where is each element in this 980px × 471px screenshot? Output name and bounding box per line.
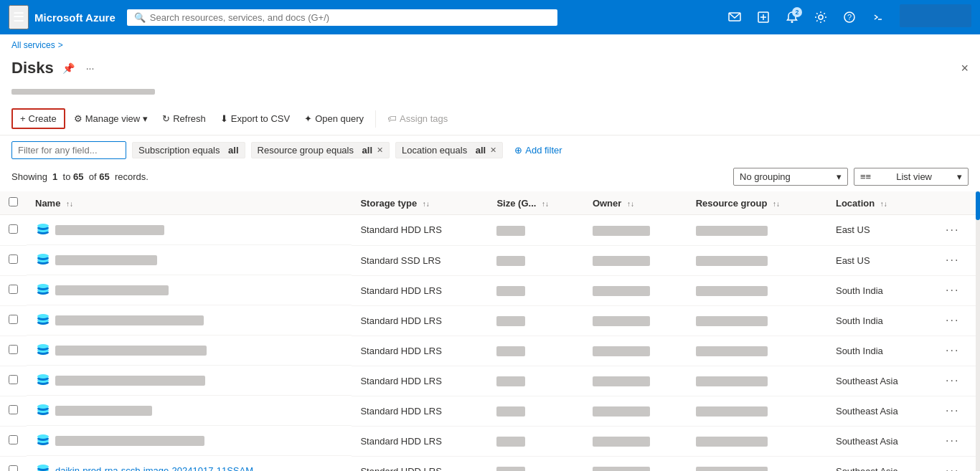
row-name-cell [27, 336, 352, 366]
row-name-link[interactable]: daikin-prod-rpa-sccb-image-20241017-11SS… [55, 465, 253, 471]
view-type-select[interactable]: ≡≡ List view ▾ [854, 168, 969, 186]
row-rg-cell [687, 215, 827, 246]
row-checkbox[interactable] [9, 315, 18, 324]
row-rg-cell [687, 245, 827, 275]
refresh-button[interactable]: ↻ Refresh [156, 110, 212, 128]
search-icon: 🔍 [134, 12, 146, 23]
row-size-cell [488, 336, 583, 366]
row-size-cell [488, 245, 583, 275]
redacted-size [496, 316, 525, 326]
row-checkbox[interactable] [9, 254, 18, 264]
row-actions-cell: ··· [937, 336, 980, 366]
loc-filter-close[interactable]: ✕ [490, 146, 496, 155]
svg-point-12 [37, 224, 49, 228]
row-storage-cell: Standard HDD LRS [352, 305, 488, 336]
subscription-filter-value: all [228, 145, 238, 156]
select-all-checkbox[interactable] [9, 197, 18, 206]
scroll-indicator[interactable] [976, 191, 980, 471]
redacted-size [496, 467, 525, 471]
row-more-actions[interactable]: ··· [946, 284, 959, 296]
query-icon: ✦ [304, 113, 312, 124]
redacted-owner [593, 437, 650, 447]
manage-view-icon: ⚙ [74, 113, 83, 124]
close-button[interactable]: × [961, 61, 969, 76]
row-checkbox[interactable] [9, 345, 18, 354]
user-avatar[interactable] [900, 4, 971, 27]
redacted-owner [593, 226, 650, 236]
row-checkbox-cell [0, 366, 27, 396]
row-size-cell [488, 215, 583, 246]
rg-sort-icon[interactable]: ↑↓ [773, 200, 780, 208]
table-row: Standard SSD LRSEast US··· [0, 245, 980, 275]
row-checkbox[interactable] [9, 375, 18, 384]
notifications-icon[interactable]: 2 [779, 4, 805, 30]
help-icon[interactable]: ? [837, 4, 862, 30]
breadcrumb-separator: > [58, 40, 63, 50]
redacted-size [496, 437, 525, 447]
list-view-icon: ≡≡ [860, 171, 871, 182]
row-checkbox[interactable] [9, 435, 18, 444]
row-owner-cell [584, 366, 687, 396]
page-header: Disks 📌 ··· × [0, 56, 980, 83]
row-checkbox[interactable] [9, 224, 18, 234]
row-more-actions[interactable]: ··· [946, 434, 959, 447]
row-checkbox[interactable] [9, 405, 18, 414]
disk-icon [35, 462, 51, 471]
settings-icon[interactable] [808, 4, 834, 30]
row-more-actions[interactable]: ··· [946, 344, 959, 356]
hamburger-menu[interactable]: ☰ [9, 5, 29, 29]
row-size-cell [488, 456, 583, 471]
row-checkbox-cell [0, 396, 27, 426]
create-button[interactable]: + Create [11, 108, 65, 129]
manage-view-button[interactable]: ⚙ Manage view ▾ [68, 110, 154, 128]
redacted-rg [696, 316, 768, 326]
row-rg-cell [687, 336, 827, 366]
location-sort-icon[interactable]: ↑↓ [880, 200, 887, 208]
row-more-actions[interactable]: ··· [946, 374, 959, 386]
row-size-cell [488, 426, 583, 456]
assign-tags-button[interactable]: 🏷 Assign tags [382, 110, 453, 128]
storage-sort-icon[interactable]: ↑↓ [423, 200, 430, 208]
svg-point-32 [37, 374, 49, 379]
redacted-size [496, 406, 525, 417]
row-more-actions[interactable]: ··· [946, 404, 959, 417]
table-row: Standard HDD LRSSoutheast Asia··· [0, 366, 980, 396]
subscription-filter: Subscription equals all [132, 142, 245, 158]
row-more-actions[interactable]: ··· [946, 254, 959, 266]
grouping-select[interactable]: No grouping ▾ [733, 168, 848, 186]
filter-input[interactable] [11, 141, 126, 159]
portal-icon[interactable] [750, 4, 776, 30]
row-storage-cell: Standard HDD LRS [352, 336, 488, 366]
breadcrumb-services[interactable]: All services [11, 40, 55, 50]
cloudshell-icon[interactable] [865, 4, 891, 30]
redacted-rg [696, 256, 768, 266]
table-row: Standard HDD LRSEast US··· [0, 215, 980, 246]
export-csv-button[interactable]: ⬇ Export to CSV [215, 110, 296, 128]
row-checkbox[interactable] [9, 465, 18, 471]
row-more-actions[interactable]: ··· [946, 465, 959, 471]
open-query-button[interactable]: ✦ Open query [298, 110, 369, 128]
rg-filter-close[interactable]: ✕ [377, 146, 383, 155]
feedback-nav-icon[interactable] [722, 4, 748, 30]
table-row: daikin-prod-rpa-sccb-image-20241017-11SS… [0, 456, 980, 471]
row-checkbox[interactable] [9, 285, 18, 294]
pin-button[interactable]: 📌 [60, 60, 77, 77]
row-more-actions[interactable]: ··· [946, 224, 959, 236]
filter-bar: Subscription equals all Resource group e… [0, 135, 980, 165]
row-rg-cell [687, 426, 827, 456]
name-sort-icon[interactable]: ↑↓ [66, 200, 73, 208]
table-row: Standard HDD LRSSoutheast Asia··· [0, 396, 980, 426]
scroll-thumb[interactable] [976, 191, 980, 220]
table-row: Standard HDD LRSSouth India··· [0, 275, 980, 305]
size-sort-icon[interactable]: ↑↓ [542, 200, 549, 208]
search-input[interactable] [150, 12, 550, 23]
add-filter-button[interactable]: ⊕ Add filter [509, 142, 567, 158]
redacted-owner [593, 406, 650, 417]
export-icon: ⬇ [220, 113, 228, 124]
select-all-header [0, 191, 27, 215]
row-more-actions[interactable]: ··· [946, 314, 959, 326]
record-count: Showing 1 to 65 of 65 records. [11, 171, 149, 182]
more-options-button[interactable]: ··· [83, 60, 98, 77]
owner-sort-icon[interactable]: ↑↓ [627, 200, 634, 208]
table-header: Name ↑↓ Storage type ↑↓ Size (G... ↑↓ Ow… [0, 191, 980, 215]
